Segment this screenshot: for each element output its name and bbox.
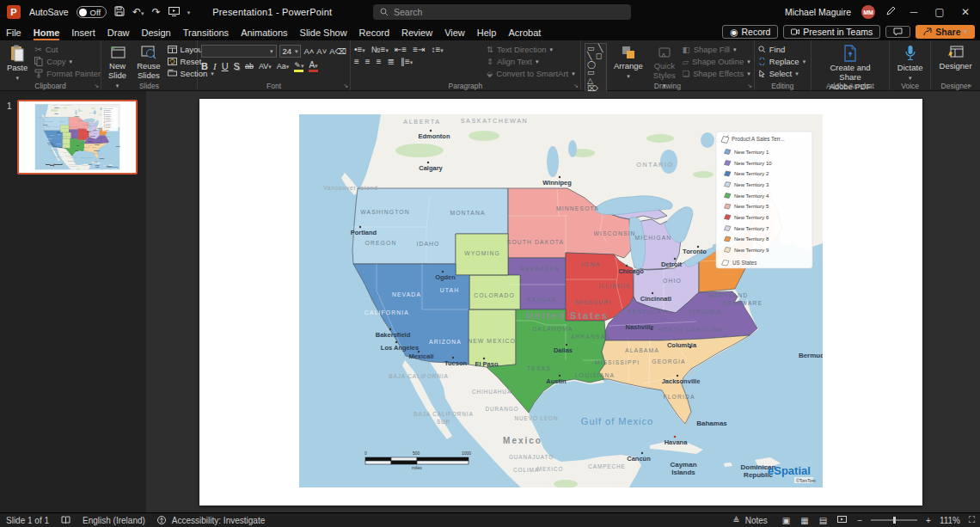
pen-mode-icon[interactable] [885, 6, 896, 18]
find-button[interactable]: Find [758, 45, 805, 54]
share-button[interactable]: Share▾ [916, 25, 975, 39]
align-text-button[interactable]: ⇕Align Text▾ [487, 57, 575, 66]
shrink-font-button[interactable]: A˅ [316, 46, 327, 56]
replace-button[interactable]: Replace▾ [758, 57, 805, 66]
collapse-ribbon-icon[interactable]: ⌄ [966, 80, 973, 89]
text-shadow-button[interactable]: S [234, 61, 240, 71]
zoom-in-button[interactable]: + [924, 516, 933, 525]
comments-button[interactable] [885, 26, 910, 38]
numbering-button[interactable]: №≡▾ [371, 45, 389, 54]
shape-effects-button[interactable]: ❏Shape Effects▾ [683, 69, 750, 78]
tab-home[interactable]: Home [28, 26, 66, 40]
clear-formatting-button[interactable]: A⌫ [329, 46, 346, 56]
shape-fill-button[interactable]: ◧Shape Fill▾ [683, 45, 750, 54]
save-icon[interactable] [114, 6, 125, 18]
proofing-icon[interactable] [55, 516, 77, 524]
tab-draw[interactable]: Draw [101, 26, 136, 40]
tab-insert[interactable]: Insert [65, 26, 101, 40]
copy-button[interactable]: Copy▾ [34, 57, 101, 66]
new-slide-icon [109, 45, 126, 60]
fit-to-window-icon[interactable]: ⛶ [967, 515, 977, 525]
autosave-toggle[interactable]: Off [77, 6, 107, 18]
tab-help[interactable]: Help [471, 26, 503, 40]
bold-button[interactable]: B [201, 61, 208, 71]
paste-button[interactable]: Paste▾ [3, 43, 31, 83]
align-center-button[interactable]: ≡ [365, 57, 371, 66]
city-label: Los Angeles [381, 344, 419, 352]
tab-review[interactable]: Review [395, 26, 438, 40]
start-slideshow-icon[interactable] [168, 7, 180, 18]
state-label: NORTH CAROLINA [658, 327, 723, 333]
cut-button[interactable]: ✂Cut [34, 45, 101, 54]
user-avatar[interactable]: MM [861, 5, 875, 19]
reading-view-icon[interactable]: ▤ [818, 516, 829, 525]
change-case-button[interactable]: Aa▾ [277, 62, 290, 70]
tab-slide-show[interactable]: Slide Show [294, 26, 353, 40]
state-label: MISSOURI [575, 299, 611, 305]
accessibility-status[interactable]: Accessibility: Investigate [172, 516, 271, 525]
underline-button[interactable]: U [222, 61, 229, 71]
smartart-button[interactable]: ⬙Convert to SmartArt▾ [487, 69, 575, 78]
clipboard-dialog-launcher-icon[interactable]: ↘ [94, 83, 99, 89]
redo-icon[interactable]: ↷ [152, 7, 161, 17]
user-name[interactable]: Michael Maguire [785, 7, 851, 17]
align-right-button[interactable]: ≡ [377, 57, 382, 66]
grow-font-button[interactable]: A˄ [303, 46, 314, 56]
character-spacing-button[interactable]: AV▾ [259, 62, 272, 70]
shape-outline-button[interactable]: ▱Shape Outline▾ [683, 57, 750, 66]
maximize-button[interactable]: ▢ [932, 6, 947, 18]
highlight-color-button[interactable]: ✎▾ [294, 61, 303, 72]
tab-view[interactable]: View [438, 26, 471, 40]
font-group: ▾ 24▾ A˄ A˅ A⌫ B I U S ab AV▾ Aa▾ ✎▾ A▾ [198, 40, 351, 90]
dictate-button[interactable]: Dictate▾ [894, 43, 927, 84]
increase-indent-button[interactable]: ≡⇥ [413, 45, 425, 54]
reuse-slides-button[interactable]: ReuseSlides [133, 43, 163, 83]
select-button[interactable]: Select▾ [758, 69, 805, 78]
qat-more-icon[interactable]: ▾ [187, 9, 191, 15]
text-direction-button[interactable]: ⇅Text Direction▾ [487, 45, 575, 54]
tab-design[interactable]: Design [135, 26, 176, 40]
bullets-button[interactable]: •≡▾ [354, 45, 365, 54]
undo-icon[interactable]: ↶▾ [132, 7, 144, 17]
slideshow-view-icon[interactable] [836, 516, 848, 525]
search-input[interactable]: Search [373, 4, 631, 20]
zoom-slider-thumb[interactable] [893, 517, 896, 524]
slide[interactable]: , [199, 99, 922, 506]
tab-acrobat[interactable]: Acrobat [502, 26, 547, 40]
align-left-button[interactable]: ≡ [354, 57, 359, 66]
tab-file[interactable]: File [0, 26, 28, 40]
drawing-dialog-launcher-icon[interactable]: ↘ [747, 83, 752, 89]
zoom-level[interactable]: 111% [940, 516, 960, 525]
normal-view-icon[interactable]: ▣ [781, 516, 792, 525]
slide-sorter-icon[interactable]: ▦ [799, 516, 810, 525]
smartart-icon: ⬙ [487, 69, 493, 78]
slide-thumbnail[interactable] [17, 100, 138, 175]
font-dialog-launcher-icon[interactable]: ↘ [343, 83, 348, 89]
format-painter-button[interactable]: Format Painter [34, 69, 101, 78]
zoom-out-button[interactable]: − [855, 516, 864, 525]
italic-button[interactable]: I [213, 61, 217, 71]
language-indicator[interactable]: English (Ireland) [77, 516, 151, 525]
tab-animations[interactable]: Animations [235, 26, 293, 40]
columns-button[interactable]: ∥≡▾ [401, 57, 413, 66]
font-name-select[interactable]: ▾ [201, 45, 277, 58]
designer-button[interactable]: Designer [936, 43, 976, 73]
notes-button[interactable]: ≜Notes [725, 516, 774, 525]
arrange-button[interactable]: Arrange▾ [610, 43, 646, 82]
minimize-button[interactable]: ─ [906, 6, 922, 18]
map-object[interactable]: , [299, 114, 823, 487]
present-in-teams-button[interactable]: Present in Teams [783, 25, 880, 39]
justify-button[interactable]: ≣ [388, 57, 395, 66]
tab-transitions[interactable]: Transitions [177, 26, 235, 40]
decrease-indent-button[interactable]: ⇤≡ [395, 45, 407, 54]
close-button[interactable]: ✕ [958, 6, 973, 18]
paragraph-dialog-launcher-icon[interactable]: ↘ [573, 83, 579, 89]
record-button[interactable]: ◉Record [722, 25, 778, 39]
city-label: Cancún [627, 455, 651, 463]
font-color-button[interactable]: A▾ [309, 60, 317, 72]
tab-record[interactable]: Record [353, 26, 395, 40]
zoom-slider[interactable] [871, 519, 917, 521]
font-size-select[interactable]: 24▾ [279, 45, 302, 58]
line-spacing-button[interactable]: ↕≡▾ [431, 45, 443, 54]
strikethrough-button[interactable]: ab [245, 62, 254, 70]
